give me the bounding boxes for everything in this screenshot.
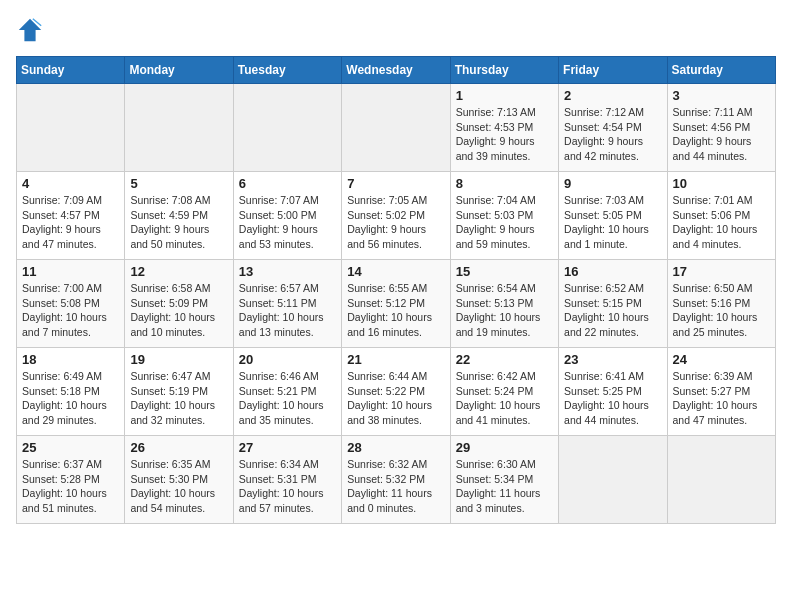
day-number: 18 [22,352,119,367]
day-info: Sunrise: 6:58 AM Sunset: 5:09 PM Dayligh… [130,281,227,340]
calendar-cell: 6Sunrise: 7:07 AM Sunset: 5:00 PM Daylig… [233,172,341,260]
day-info: Sunrise: 6:42 AM Sunset: 5:24 PM Dayligh… [456,369,553,428]
calendar-cell: 14Sunrise: 6:55 AM Sunset: 5:12 PM Dayli… [342,260,450,348]
day-info: Sunrise: 6:32 AM Sunset: 5:32 PM Dayligh… [347,457,444,516]
day-info: Sunrise: 6:50 AM Sunset: 5:16 PM Dayligh… [673,281,770,340]
calendar-cell [342,84,450,172]
day-header-thursday: Thursday [450,57,558,84]
calendar-cell: 10Sunrise: 7:01 AM Sunset: 5:06 PM Dayli… [667,172,775,260]
calendar-week-5: 25Sunrise: 6:37 AM Sunset: 5:28 PM Dayli… [17,436,776,524]
day-number: 9 [564,176,661,191]
day-info: Sunrise: 6:47 AM Sunset: 5:19 PM Dayligh… [130,369,227,428]
day-number: 5 [130,176,227,191]
calendar-cell: 2Sunrise: 7:12 AM Sunset: 4:54 PM Daylig… [559,84,667,172]
day-info: Sunrise: 6:37 AM Sunset: 5:28 PM Dayligh… [22,457,119,516]
calendar-cell: 8Sunrise: 7:04 AM Sunset: 5:03 PM Daylig… [450,172,558,260]
day-number: 10 [673,176,770,191]
calendar-cell [17,84,125,172]
calendar-cell: 26Sunrise: 6:35 AM Sunset: 5:30 PM Dayli… [125,436,233,524]
page-header [16,16,776,44]
calendar-cell: 22Sunrise: 6:42 AM Sunset: 5:24 PM Dayli… [450,348,558,436]
day-number: 12 [130,264,227,279]
calendar-cell: 7Sunrise: 7:05 AM Sunset: 5:02 PM Daylig… [342,172,450,260]
calendar-cell: 11Sunrise: 7:00 AM Sunset: 5:08 PM Dayli… [17,260,125,348]
day-info: Sunrise: 7:08 AM Sunset: 4:59 PM Dayligh… [130,193,227,252]
day-info: Sunrise: 7:07 AM Sunset: 5:00 PM Dayligh… [239,193,336,252]
logo [16,16,48,44]
day-number: 4 [22,176,119,191]
day-info: Sunrise: 7:01 AM Sunset: 5:06 PM Dayligh… [673,193,770,252]
calendar-cell: 13Sunrise: 6:57 AM Sunset: 5:11 PM Dayli… [233,260,341,348]
day-number: 2 [564,88,661,103]
calendar-cell: 21Sunrise: 6:44 AM Sunset: 5:22 PM Dayli… [342,348,450,436]
day-number: 20 [239,352,336,367]
calendar-cell: 27Sunrise: 6:34 AM Sunset: 5:31 PM Dayli… [233,436,341,524]
calendar-week-4: 18Sunrise: 6:49 AM Sunset: 5:18 PM Dayli… [17,348,776,436]
day-info: Sunrise: 6:34 AM Sunset: 5:31 PM Dayligh… [239,457,336,516]
calendar-cell: 24Sunrise: 6:39 AM Sunset: 5:27 PM Dayli… [667,348,775,436]
day-number: 7 [347,176,444,191]
day-info: Sunrise: 6:39 AM Sunset: 5:27 PM Dayligh… [673,369,770,428]
calendar-table: SundayMondayTuesdayWednesdayThursdayFrid… [16,56,776,524]
day-info: Sunrise: 7:11 AM Sunset: 4:56 PM Dayligh… [673,105,770,164]
day-info: Sunrise: 6:46 AM Sunset: 5:21 PM Dayligh… [239,369,336,428]
day-number: 29 [456,440,553,455]
calendar-cell [233,84,341,172]
day-info: Sunrise: 7:09 AM Sunset: 4:57 PM Dayligh… [22,193,119,252]
day-number: 13 [239,264,336,279]
calendar-header-row: SundayMondayTuesdayWednesdayThursdayFrid… [17,57,776,84]
day-header-saturday: Saturday [667,57,775,84]
calendar-cell: 25Sunrise: 6:37 AM Sunset: 5:28 PM Dayli… [17,436,125,524]
calendar-cell: 20Sunrise: 6:46 AM Sunset: 5:21 PM Dayli… [233,348,341,436]
calendar-cell: 15Sunrise: 6:54 AM Sunset: 5:13 PM Dayli… [450,260,558,348]
day-number: 25 [22,440,119,455]
day-number: 8 [456,176,553,191]
calendar-cell [559,436,667,524]
day-header-monday: Monday [125,57,233,84]
day-header-wednesday: Wednesday [342,57,450,84]
day-info: Sunrise: 6:52 AM Sunset: 5:15 PM Dayligh… [564,281,661,340]
calendar-week-1: 1Sunrise: 7:13 AM Sunset: 4:53 PM Daylig… [17,84,776,172]
day-number: 11 [22,264,119,279]
calendar-cell: 29Sunrise: 6:30 AM Sunset: 5:34 PM Dayli… [450,436,558,524]
calendar-cell: 28Sunrise: 6:32 AM Sunset: 5:32 PM Dayli… [342,436,450,524]
calendar-cell [667,436,775,524]
day-number: 23 [564,352,661,367]
calendar-cell: 18Sunrise: 6:49 AM Sunset: 5:18 PM Dayli… [17,348,125,436]
calendar-cell: 5Sunrise: 7:08 AM Sunset: 4:59 PM Daylig… [125,172,233,260]
calendar-cell: 9Sunrise: 7:03 AM Sunset: 5:05 PM Daylig… [559,172,667,260]
day-info: Sunrise: 6:41 AM Sunset: 5:25 PM Dayligh… [564,369,661,428]
day-number: 1 [456,88,553,103]
day-number: 6 [239,176,336,191]
day-info: Sunrise: 7:04 AM Sunset: 5:03 PM Dayligh… [456,193,553,252]
day-info: Sunrise: 6:49 AM Sunset: 5:18 PM Dayligh… [22,369,119,428]
calendar-week-2: 4Sunrise: 7:09 AM Sunset: 4:57 PM Daylig… [17,172,776,260]
day-info: Sunrise: 7:13 AM Sunset: 4:53 PM Dayligh… [456,105,553,164]
calendar-cell: 3Sunrise: 7:11 AM Sunset: 4:56 PM Daylig… [667,84,775,172]
day-number: 24 [673,352,770,367]
day-info: Sunrise: 6:35 AM Sunset: 5:30 PM Dayligh… [130,457,227,516]
day-number: 14 [347,264,444,279]
day-info: Sunrise: 7:03 AM Sunset: 5:05 PM Dayligh… [564,193,661,252]
calendar-cell: 16Sunrise: 6:52 AM Sunset: 5:15 PM Dayli… [559,260,667,348]
day-info: Sunrise: 6:30 AM Sunset: 5:34 PM Dayligh… [456,457,553,516]
day-number: 17 [673,264,770,279]
calendar-week-3: 11Sunrise: 7:00 AM Sunset: 5:08 PM Dayli… [17,260,776,348]
day-number: 21 [347,352,444,367]
day-number: 15 [456,264,553,279]
day-info: Sunrise: 6:55 AM Sunset: 5:12 PM Dayligh… [347,281,444,340]
day-header-friday: Friday [559,57,667,84]
calendar-cell: 12Sunrise: 6:58 AM Sunset: 5:09 PM Dayli… [125,260,233,348]
day-number: 3 [673,88,770,103]
day-info: Sunrise: 7:05 AM Sunset: 5:02 PM Dayligh… [347,193,444,252]
day-header-sunday: Sunday [17,57,125,84]
day-info: Sunrise: 7:12 AM Sunset: 4:54 PM Dayligh… [564,105,661,164]
day-number: 27 [239,440,336,455]
calendar-cell: 17Sunrise: 6:50 AM Sunset: 5:16 PM Dayli… [667,260,775,348]
day-number: 26 [130,440,227,455]
logo-icon [16,16,44,44]
day-info: Sunrise: 6:44 AM Sunset: 5:22 PM Dayligh… [347,369,444,428]
calendar-cell: 19Sunrise: 6:47 AM Sunset: 5:19 PM Dayli… [125,348,233,436]
day-number: 19 [130,352,227,367]
calendar-cell: 4Sunrise: 7:09 AM Sunset: 4:57 PM Daylig… [17,172,125,260]
